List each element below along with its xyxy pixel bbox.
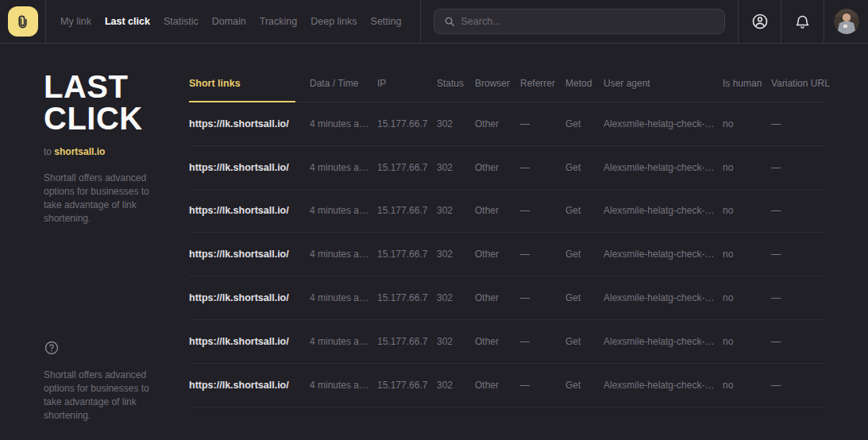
cell-status: 302 [437,380,475,391]
table-row: https://lk.shortsall.io/4 minutes ago15.… [189,146,825,190]
cell-short-link[interactable]: https://lk.shortsall.io/ [189,205,310,216]
cell-short-link[interactable]: https://lk.shortsall.io/ [189,292,310,303]
nav-item-statistic[interactable]: Statistic [164,16,199,27]
search-icon [444,16,455,27]
active-column-underline [189,101,295,102]
cell-date-time: 4 minutes ago [310,292,377,303]
subtitle-prefix: to [44,146,52,157]
cell-referrer: — [520,249,565,260]
app-root: My linkLast clickStatisticDomainTracking… [0,0,868,440]
cell-status: 302 [437,118,475,129]
column-header-data-time[interactable]: Data / Time [310,78,377,89]
main-nav: My linkLast clickStatisticDomainTracking… [46,0,420,43]
cell-is-human: no [723,336,771,347]
column-header-user-agent[interactable]: User agent [604,78,723,89]
cell-metod: Get [565,205,604,216]
page-title: LAST CLICK [44,71,179,134]
sidebar-description: Shortall offers advanced options for bus… [44,172,164,226]
cell-browser: Other [475,118,520,129]
search-input[interactable] [461,16,716,27]
cell-short-link[interactable]: https://lk.shortsall.io/ [189,118,310,129]
cell-variation-url: — [771,292,825,303]
cell-is-human: no [723,380,771,391]
cell-referrer: — [520,292,565,303]
domain-link[interactable]: shortsall.io [54,146,105,157]
cell-short-link[interactable]: https://lk.shortsall.io/ [189,336,310,347]
table-row: https://lk.shortsall.io/4 minutes ago15.… [189,102,825,146]
cell-browser: Other [475,336,520,347]
column-header-short-links[interactable]: Short links [189,78,310,89]
cell-metod: Get [565,249,604,260]
cell-browser: Other [475,205,520,216]
content: LAST CLICK to shortsall.io Shortall offe… [0,44,868,440]
logo-button[interactable] [0,0,45,43]
cell-ip: 15.177.66.7 [377,292,437,303]
cell-status: 302 [437,249,475,260]
cell-referrer: — [520,205,565,216]
cell-user-agent: Alexsmile-helatg-check-… [604,118,723,129]
column-header-is-human[interactable]: Is human [723,78,771,89]
table-row: https://lk.shortsall.io/4 minutes ago15.… [189,276,825,320]
cell-status: 302 [437,336,475,347]
sidebar: LAST CLICK to shortsall.io Shortall offe… [0,44,189,440]
cell-is-human: no [723,118,771,129]
cell-variation-url: — [771,336,825,347]
cell-short-link[interactable]: https://lk.shortsall.io/ [189,380,310,391]
table-header: Short linksData / TimeIPStatusBrowserRef… [189,64,825,102]
nav-item-deep-links[interactable]: Deep links [311,16,357,27]
table-body: https://lk.shortsall.io/4 minutes ago15.… [189,102,825,407]
cell-browser: Other [475,249,520,260]
cell-date-time: 4 minutes ago [310,336,377,347]
cell-is-human: no [723,205,771,216]
cell-browser: Other [475,292,520,303]
cell-browser: Other [475,162,520,173]
cell-ip: 15.177.66.7 [377,380,437,391]
cell-metod: Get [565,336,604,347]
nav-item-last-click[interactable]: Last click [105,16,150,27]
nav-item-tracking[interactable]: Tracking [260,16,297,27]
cell-user-agent: Alexsmile-helatg-check-… [604,292,723,303]
paperclip-icon [16,15,29,29]
topbar: My linkLast clickStatisticDomainTracking… [0,0,868,44]
account-icon [751,13,769,30]
table-row: https://lk.shortsall.io/4 minutes ago15.… [189,320,825,364]
column-header-variation-url[interactable]: Variation URL [771,78,825,89]
cell-date-time: 4 minutes ago [310,162,377,173]
cell-ip: 15.177.66.7 [377,336,437,347]
table-row: https://lk.shortsall.io/4 minutes ago15.… [189,233,825,276]
column-header-referrer[interactable]: Referrer [520,78,565,89]
cell-is-human: no [723,162,771,173]
cell-referrer: — [520,336,565,347]
cell-date-time: 4 minutes ago [310,380,377,391]
account-button[interactable] [739,0,781,43]
column-header-status[interactable]: Status [437,78,475,89]
cell-variation-url: — [771,249,825,260]
cell-variation-url: — [771,162,825,173]
column-header-browser[interactable]: Browser [475,78,520,89]
column-header-ip[interactable]: IP [377,78,437,89]
nav-item-domain[interactable]: Domain [212,16,246,27]
cell-is-human: no [723,249,771,260]
cell-ip: 15.177.66.7 [377,205,437,216]
cell-referrer: — [520,162,565,173]
sidebar-description-2: Shortall offers advanced options for bus… [44,369,164,423]
last-click-table: Short linksData / TimeIPStatusBrowserRef… [189,44,825,440]
cell-short-link[interactable]: https://lk.shortsall.io/ [189,249,310,260]
search-box[interactable] [434,9,726,34]
cell-variation-url: — [771,380,825,391]
cell-short-link[interactable]: https://lk.shortsall.io/ [189,162,310,173]
notifications-button[interactable] [781,0,824,43]
nav-item-my-link[interactable]: My link [60,16,91,27]
help-icon[interactable] [44,340,60,356]
logo [8,6,38,37]
cell-user-agent: Alexsmile-helatg-check-… [604,162,723,173]
cell-variation-url: — [771,205,825,216]
cell-status: 302 [437,292,475,303]
nav-item-setting[interactable]: Setting [371,16,402,27]
cell-date-time: 4 minutes ago [310,249,377,260]
cell-ip: 15.177.66.7 [377,249,437,260]
cell-ip: 15.177.66.7 [377,162,437,173]
column-header-metod[interactable]: Metod [565,78,604,89]
avatar[interactable] [834,9,859,34]
search-area [421,0,739,43]
